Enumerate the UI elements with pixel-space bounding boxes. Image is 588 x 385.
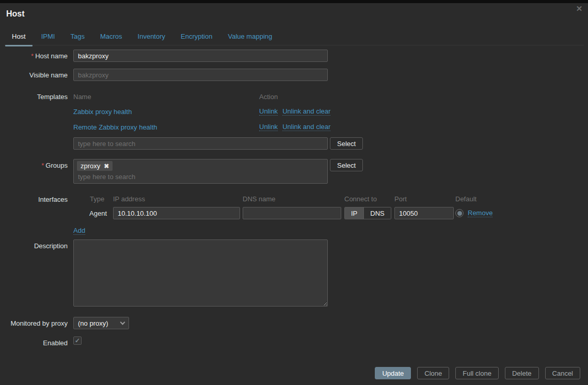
connect-to-toggle: IP DNS xyxy=(344,207,391,219)
cancel-button[interactable]: Cancel xyxy=(545,367,580,379)
interface-default-header: Default xyxy=(455,195,476,203)
template-link[interactable]: Remote Zabbix proxy health xyxy=(73,123,157,131)
groups-label: Groups xyxy=(45,162,68,169)
description-textarea[interactable] xyxy=(73,239,328,307)
clone-button[interactable]: Clone xyxy=(417,367,449,379)
enabled-checkbox[interactable]: ✓ xyxy=(73,336,82,345)
tab-inventory[interactable]: Inventory xyxy=(130,28,173,45)
tab-macros[interactable]: Macros xyxy=(92,28,130,45)
monitored-by-proxy-row: Monitored by proxy (no proxy) xyxy=(0,317,588,329)
enabled-label: Enabled xyxy=(0,336,73,347)
monitored-by-proxy-label: Monitored by proxy xyxy=(0,317,73,329)
interface-port-input[interactable] xyxy=(394,207,454,219)
interface-ip-input[interactable] xyxy=(113,207,240,219)
top-strip xyxy=(0,0,588,3)
enabled-row: Enabled ✓ xyxy=(0,336,588,347)
visible-name-label: Visible name xyxy=(0,69,73,81)
unlink-link[interactable]: Unlink xyxy=(259,107,278,116)
interfaces-table-header: Type IP address DNS name Connect to Port… xyxy=(73,193,588,207)
groups-search-placeholder[interactable]: type here to search xyxy=(77,171,324,182)
interface-ip-header: IP address xyxy=(113,195,243,203)
connect-dns-option[interactable]: DNS xyxy=(363,207,390,219)
template-row: Remote Zabbix proxy health Unlink Unlink… xyxy=(73,119,588,135)
template-link[interactable]: Zabbix proxy health xyxy=(73,108,132,116)
tab-bar: Host IPMI Tags Macros Inventory Encrypti… xyxy=(4,28,584,45)
template-row: Zabbix proxy health Unlink Unlink and cl… xyxy=(73,104,588,119)
full-clone-button[interactable]: Full clone xyxy=(455,367,499,379)
groups-row: *Groups zproxy ✖ type here to search Sel… xyxy=(0,159,588,184)
required-asterisk: * xyxy=(31,52,34,60)
unlink-and-clear-link[interactable]: Unlink and clear xyxy=(282,107,330,116)
monitored-by-proxy-select[interactable]: (no proxy) xyxy=(73,317,129,329)
unlink-and-clear-link[interactable]: Unlink and clear xyxy=(282,123,330,131)
group-chip: zproxy ✖ xyxy=(77,161,113,171)
tab-host[interactable]: Host xyxy=(4,28,34,45)
tab-tags[interactable]: Tags xyxy=(62,28,92,45)
templates-action-column-header: Action xyxy=(259,93,278,101)
connect-ip-option[interactable]: IP xyxy=(345,207,363,219)
template-select-button[interactable]: Select xyxy=(330,137,363,150)
footer-buttons: Update Clone Full clone Delete Cancel xyxy=(375,367,580,379)
chip-remove-icon[interactable]: ✖ xyxy=(104,163,109,170)
host-name-input[interactable] xyxy=(73,50,328,62)
delete-button[interactable]: Delete xyxy=(505,367,539,379)
chevron-down-icon xyxy=(120,320,125,325)
required-asterisk: * xyxy=(41,162,44,169)
templates-table-header: Name Action xyxy=(73,90,588,104)
default-radio[interactable] xyxy=(455,209,464,217)
templates-label: Templates xyxy=(0,90,73,150)
check-icon: ✓ xyxy=(75,337,80,344)
template-search-input[interactable] xyxy=(73,137,328,150)
interface-remove-link[interactable]: Remove xyxy=(468,209,492,217)
description-row: Description xyxy=(0,239,588,308)
interface-add-link[interactable]: Add xyxy=(73,227,85,235)
monitored-by-proxy-value: (no proxy) xyxy=(78,319,108,327)
interfaces-label: Interfaces xyxy=(0,193,73,234)
close-icon[interactable]: ✕ xyxy=(575,4,584,13)
interface-type-label: Agent xyxy=(73,210,113,217)
update-button[interactable]: Update xyxy=(375,367,411,379)
tab-encryption[interactable]: Encryption xyxy=(173,28,220,45)
tab-ipmi[interactable]: IPMI xyxy=(34,28,63,45)
groups-select-button[interactable]: Select xyxy=(330,159,363,171)
templates-row: Templates Name Action Zabbix proxy healt… xyxy=(0,90,588,150)
groups-multiselect[interactable]: zproxy ✖ type here to search xyxy=(73,159,328,184)
interface-connect-header: Connect to xyxy=(344,195,394,203)
visible-name-input[interactable] xyxy=(73,69,328,81)
host-name-label: Host name xyxy=(35,52,68,60)
interfaces-row: Interfaces Type IP address DNS name Conn… xyxy=(0,193,588,234)
host-form: *Host name Visible name Templates Name A… xyxy=(0,50,588,347)
radio-dot-icon xyxy=(457,211,462,216)
interface-port-header: Port xyxy=(394,195,455,203)
dialog-title: Host xyxy=(6,9,25,19)
interface-dns-input[interactable] xyxy=(243,207,341,219)
description-label: Description xyxy=(0,239,73,308)
visible-name-row: Visible name xyxy=(0,69,588,81)
interface-dns-header: DNS name xyxy=(243,195,344,203)
templates-name-column-header: Name xyxy=(73,93,259,101)
tab-value-mapping[interactable]: Value mapping xyxy=(220,28,280,45)
unlink-link[interactable]: Unlink xyxy=(259,123,278,131)
host-name-row: *Host name xyxy=(0,50,588,62)
interface-row: Agent IP DNS Remove xyxy=(73,207,588,219)
group-chip-label: zproxy xyxy=(81,162,100,170)
interface-type-header: Type xyxy=(73,195,113,203)
